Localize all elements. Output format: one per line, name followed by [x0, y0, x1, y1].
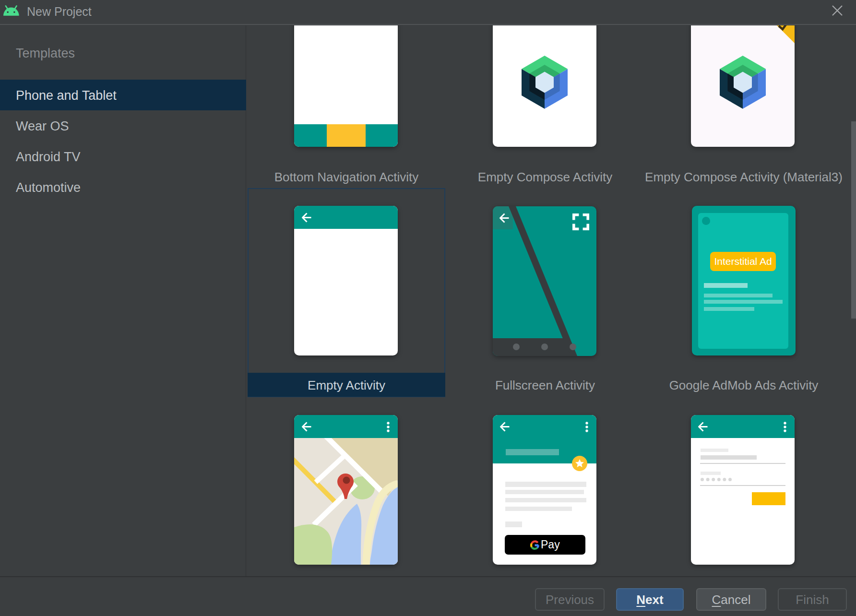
svg-text:Pay: Pay — [541, 539, 560, 551]
